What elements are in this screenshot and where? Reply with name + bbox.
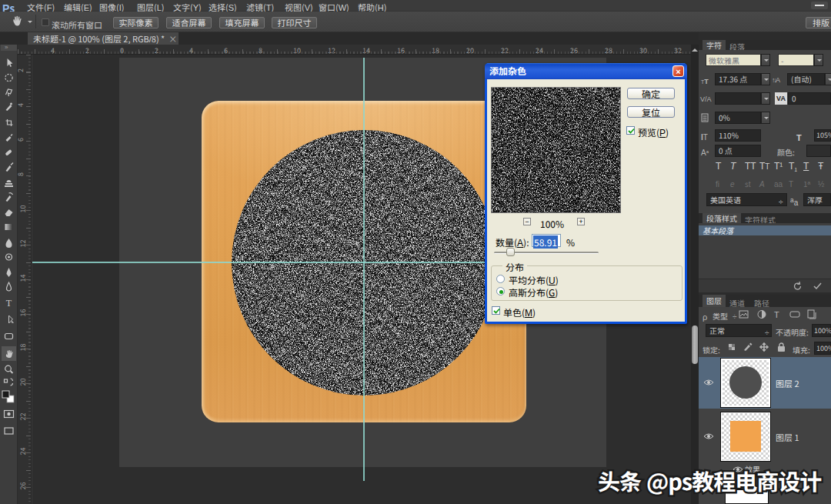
svg-text:T: T [6, 298, 12, 309]
svg-text:T: T [774, 310, 779, 319]
